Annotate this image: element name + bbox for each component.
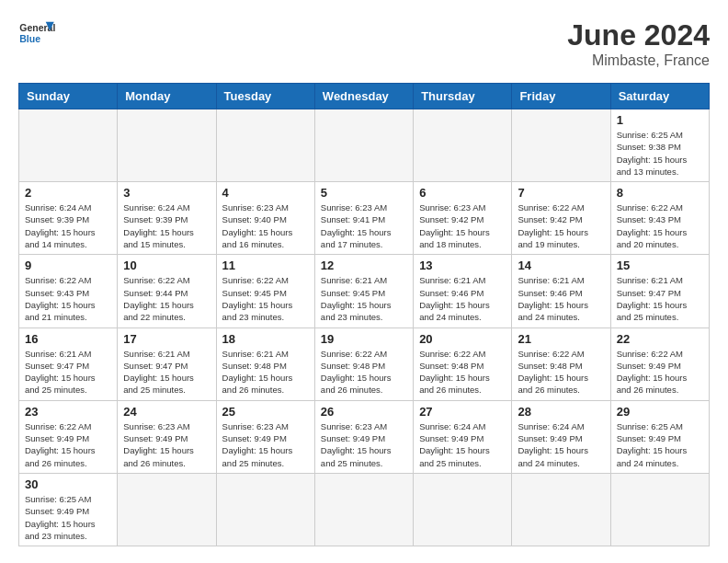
empty-cell xyxy=(216,109,314,182)
day-11: 11 Sunrise: 6:22 AMSunset: 9:45 PMDaylig… xyxy=(216,255,314,327)
day-7: 7 Sunrise: 6:22 AMSunset: 9:42 PMDayligh… xyxy=(512,182,610,255)
empty-cell xyxy=(216,473,314,546)
header-thursday: Thursday xyxy=(414,84,512,109)
empty-cell xyxy=(118,473,216,546)
calendar-table: Sunday Monday Tuesday Wednesday Thursday… xyxy=(18,83,710,546)
day-26: 26 Sunrise: 6:23 AMSunset: 9:49 PMDaylig… xyxy=(314,400,413,473)
day-5: 5 Sunrise: 6:23 AMSunset: 9:41 PMDayligh… xyxy=(314,182,413,255)
day-25: 25 Sunrise: 6:23 AMSunset: 9:49 PMDaylig… xyxy=(216,400,314,473)
title-block: June 2024 Mimbaste, France xyxy=(567,18,710,69)
day-24: 24 Sunrise: 6:23 AMSunset: 9:49 PMDaylig… xyxy=(118,400,216,473)
calendar-row-5: 23 Sunrise: 6:22 AMSunset: 9:49 PMDaylig… xyxy=(19,400,710,473)
header-friday: Friday xyxy=(512,84,610,109)
empty-cell xyxy=(314,109,413,182)
day-15: 15 Sunrise: 6:21 AMSunset: 9:47 PMDaylig… xyxy=(610,255,709,327)
day-27: 27 Sunrise: 6:24 AMSunset: 9:49 PMDaylig… xyxy=(414,400,512,473)
day-2: 2 Sunrise: 6:24 AMSunset: 9:39 PMDayligh… xyxy=(19,182,118,255)
day-1-info: Sunrise: 6:25 AM Sunset: 9:38 PM Dayligh… xyxy=(617,129,703,178)
header-sunday: Sunday xyxy=(19,84,118,109)
calendar-row-3: 9 Sunrise: 6:22 AMSunset: 9:43 PMDayligh… xyxy=(19,255,710,327)
weekday-header-row: Sunday Monday Tuesday Wednesday Thursday… xyxy=(19,84,710,109)
day-30: 30 Sunrise: 6:25 AMSunset: 9:49 PMDaylig… xyxy=(19,473,118,546)
location-title: Mimbaste, France xyxy=(567,52,710,69)
empty-cell xyxy=(19,109,118,182)
day-29: 29 Sunrise: 6:25 AMSunset: 9:49 PMDaylig… xyxy=(610,400,709,473)
month-year-title: June 2024 xyxy=(567,18,710,52)
day-9: 9 Sunrise: 6:22 AMSunset: 9:43 PMDayligh… xyxy=(19,255,118,327)
header-wednesday: Wednesday xyxy=(314,84,413,109)
day-3: 3 Sunrise: 6:24 AMSunset: 9:39 PMDayligh… xyxy=(118,182,216,255)
logo: General Blue xyxy=(18,18,55,46)
page-header: General Blue June 2024 Mimbaste, France xyxy=(18,18,710,69)
svg-text:Blue: Blue xyxy=(19,33,40,44)
day-8: 8 Sunrise: 6:22 AMSunset: 9:43 PMDayligh… xyxy=(610,182,709,255)
day-1: 1 Sunrise: 6:25 AM Sunset: 9:38 PM Dayli… xyxy=(610,109,709,182)
empty-cell xyxy=(118,109,216,182)
empty-cell xyxy=(512,109,610,182)
day-23: 23 Sunrise: 6:22 AMSunset: 9:49 PMDaylig… xyxy=(19,400,118,473)
header-monday: Monday xyxy=(118,84,216,109)
day-10: 10 Sunrise: 6:22 AMSunset: 9:44 PMDaylig… xyxy=(118,255,216,327)
header-saturday: Saturday xyxy=(610,84,709,109)
day-12: 12 Sunrise: 6:21 AMSunset: 9:45 PMDaylig… xyxy=(314,255,413,327)
empty-cell xyxy=(512,473,610,546)
empty-cell xyxy=(314,473,413,546)
logo-icon: General Blue xyxy=(18,18,55,46)
day-20: 20 Sunrise: 6:22 AMSunset: 9:48 PMDaylig… xyxy=(414,327,512,400)
day-13: 13 Sunrise: 6:21 AMSunset: 9:46 PMDaylig… xyxy=(414,255,512,327)
day-6: 6 Sunrise: 6:23 AMSunset: 9:42 PMDayligh… xyxy=(414,182,512,255)
empty-cell xyxy=(414,473,512,546)
calendar-row-2: 2 Sunrise: 6:24 AMSunset: 9:39 PMDayligh… xyxy=(19,182,710,255)
day-22: 22 Sunrise: 6:22 AMSunset: 9:49 PMDaylig… xyxy=(610,327,709,400)
day-21: 21 Sunrise: 6:22 AMSunset: 9:48 PMDaylig… xyxy=(512,327,610,400)
day-19: 19 Sunrise: 6:22 AMSunset: 9:48 PMDaylig… xyxy=(314,327,413,400)
calendar-row-4: 16 Sunrise: 6:21 AMSunset: 9:47 PMDaylig… xyxy=(19,327,710,400)
calendar-row-1: 1 Sunrise: 6:25 AM Sunset: 9:38 PM Dayli… xyxy=(19,109,710,182)
day-4: 4 Sunrise: 6:23 AMSunset: 9:40 PMDayligh… xyxy=(216,182,314,255)
day-28: 28 Sunrise: 6:24 AMSunset: 9:49 PMDaylig… xyxy=(512,400,610,473)
empty-cell xyxy=(610,473,709,546)
day-17: 17 Sunrise: 6:21 AMSunset: 9:47 PMDaylig… xyxy=(118,327,216,400)
day-18: 18 Sunrise: 6:21 AMSunset: 9:48 PMDaylig… xyxy=(216,327,314,400)
calendar-row-6: 30 Sunrise: 6:25 AMSunset: 9:49 PMDaylig… xyxy=(19,473,710,546)
empty-cell xyxy=(414,109,512,182)
day-16: 16 Sunrise: 6:21 AMSunset: 9:47 PMDaylig… xyxy=(19,327,118,400)
day-14: 14 Sunrise: 6:21 AMSunset: 9:46 PMDaylig… xyxy=(512,255,610,327)
header-tuesday: Tuesday xyxy=(216,84,314,109)
